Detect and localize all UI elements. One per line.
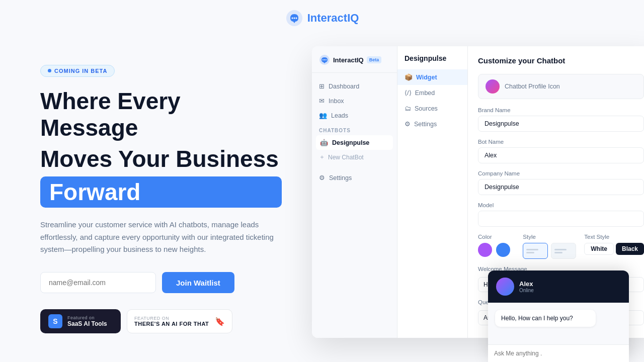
beta-badge: COMING IN BETA	[40, 65, 115, 77]
model-select[interactable]	[478, 211, 644, 227]
profile-icon-row[interactable]: Chatbot Profile Icon	[478, 74, 644, 99]
style-line3	[554, 249, 567, 250]
aiforthat-name-text: THERE'S AN AI FOR THAT	[134, 321, 209, 327]
bot-name-input[interactable]	[478, 147, 644, 163]
middle-embed-label: Embed	[415, 89, 435, 97]
bookmark-icon: 🔖	[215, 317, 225, 326]
saas-icon: S	[48, 314, 62, 328]
brand-name-input[interactable]	[478, 116, 644, 132]
svg-point-6	[324, 59, 325, 60]
main-content: COMING IN BETA Where Every Message Moves…	[0, 36, 644, 362]
middle-item-sources[interactable]: 🗂 Sources	[397, 101, 467, 116]
svg-point-5	[323, 59, 324, 60]
style-line2	[526, 252, 534, 253]
chat-header-text: Alex Online	[519, 280, 621, 293]
svg-point-3	[295, 18, 297, 19]
sidebar-item-designpulse[interactable]: 🤖 Designpulse	[316, 135, 393, 150]
app-logo-text: InteractIQ	[333, 56, 364, 64]
chat-greeting-message: Hello, How can I help you?	[495, 310, 596, 327]
email-input[interactable]	[40, 272, 156, 293]
middle-settings-label: Settings	[414, 121, 437, 128]
bot-name-group: Bot Name	[478, 139, 644, 163]
svg-point-2	[293, 18, 295, 19]
app-logo-icon	[319, 54, 330, 65]
style-line4	[554, 252, 562, 253]
middle-item-widget[interactable]: 📦 Widget	[397, 69, 467, 85]
new-chatbot-label: New ChatBot	[328, 154, 364, 161]
chatbots-section-label: CHATBOTS	[312, 123, 397, 135]
sidebar-chatbot-label: Designpulse	[332, 139, 369, 146]
model-group: Model	[478, 202, 644, 227]
middle-panel: Designpulse 📦 Widget ⟨/⟩ Embed 🗂 Sources…	[397, 46, 468, 338]
color-options	[478, 243, 515, 257]
svg-point-7	[326, 59, 327, 60]
inbox-icon: ✉	[319, 97, 325, 105]
chat-input[interactable]	[494, 350, 623, 357]
forward-badge: Forward	[40, 176, 282, 208]
header: InteractIQ	[0, 0, 644, 36]
text-style-group: Text Style White Black	[584, 234, 644, 259]
aiforthat-text: FEATURED ON THERE'S AN AI FOR THAT	[134, 316, 209, 327]
company-name-group: Company Name	[478, 170, 644, 195]
brand-name-group: Brand Name	[478, 107, 644, 132]
middle-item-settings[interactable]: ⚙ Settings	[397, 116, 467, 132]
sidebar-item-leads[interactable]: 👥 Leads	[312, 108, 397, 123]
brand-name-label: Brand Name	[478, 107, 644, 113]
sidebar-inbox-label: Inbox	[329, 98, 344, 105]
chat-preview-header: Alex Online	[488, 270, 629, 303]
color-label: Color	[478, 234, 515, 240]
sidebar-item-dashboard[interactable]: ⊞ Dashboard	[312, 79, 397, 94]
headline-line1: Where Every Message	[40, 88, 282, 141]
logo: InteractIQ	[285, 9, 359, 27]
chat-preview: Alex Online Hello, How can I help you?	[488, 270, 629, 362]
settings-icon: ⚙	[319, 174, 325, 182]
middle-sources-label: Sources	[415, 105, 438, 112]
sidebar-leads-label: Leads	[331, 112, 348, 119]
embed-icon: ⟨/⟩	[405, 89, 412, 97]
hero-description: Streamline your customer service with AI…	[40, 219, 282, 256]
logo-text: InteractIQ	[307, 12, 359, 25]
sidebar-dashboard-label: Dashboard	[329, 83, 359, 90]
app-logo-row: InteractIQ Beta	[312, 54, 397, 73]
settings-icon2: ⚙	[405, 120, 411, 128]
color-blue[interactable]	[496, 243, 510, 257]
saas-badge: S Featured on SaaS AI Tools	[40, 309, 121, 333]
chat-bot-name: Alex	[519, 280, 621, 288]
sidebar-add-chatbot[interactable]: ＋ New ChatBot	[312, 150, 397, 164]
style-line1	[526, 249, 538, 250]
bot-icon: 🤖	[320, 139, 328, 146]
color-purple[interactable]	[478, 243, 492, 257]
app-beta-tag: Beta	[367, 56, 382, 63]
leads-icon: 👥	[319, 112, 327, 119]
text-style-white[interactable]: White	[584, 243, 614, 255]
saas-text: Featured on SaaS AI Tools	[67, 315, 107, 327]
style-options	[523, 243, 576, 259]
company-name-input[interactable]	[478, 179, 644, 195]
sidebar-item-inbox[interactable]: ✉ Inbox	[312, 94, 397, 108]
headline-line2: Moves Your Business	[40, 145, 282, 172]
aiforthat-featured-text: FEATURED ON	[134, 316, 209, 321]
add-icon: ＋	[319, 153, 325, 161]
middle-widget-label: Widget	[416, 74, 437, 81]
beta-dot	[48, 69, 51, 72]
style-group: Style	[523, 234, 576, 259]
email-row: Join Waitlist	[40, 272, 282, 293]
bot-name-label: Bot Name	[478, 139, 644, 145]
text-style-options: White Black	[584, 243, 644, 255]
dashboard-icon: ⊞	[319, 82, 325, 90]
widget-icon: 📦	[405, 73, 413, 81]
middle-item-embed[interactable]: ⟨/⟩ Embed	[397, 85, 467, 101]
right-section: InteractIQ Beta ⊞ Dashboard ✉ Inbox 👥 Le…	[312, 36, 644, 362]
profile-icon-circle	[486, 79, 500, 94]
style-option-1[interactable]	[523, 243, 548, 259]
chat-input-area	[488, 344, 629, 362]
text-style-black[interactable]: Black	[616, 243, 644, 255]
style-option-2[interactable]	[551, 243, 576, 259]
style-label: Style	[523, 234, 576, 240]
sidebar-item-settings[interactable]: ⚙ Settings	[312, 170, 397, 185]
middle-panel-title: Designpulse	[397, 54, 467, 69]
chat-status: Online	[519, 288, 621, 293]
join-waitlist-button[interactable]: Join Waitlist	[162, 272, 234, 293]
customize-title: Customize your Chatbot	[478, 56, 644, 65]
sources-icon: 🗂	[405, 105, 411, 112]
